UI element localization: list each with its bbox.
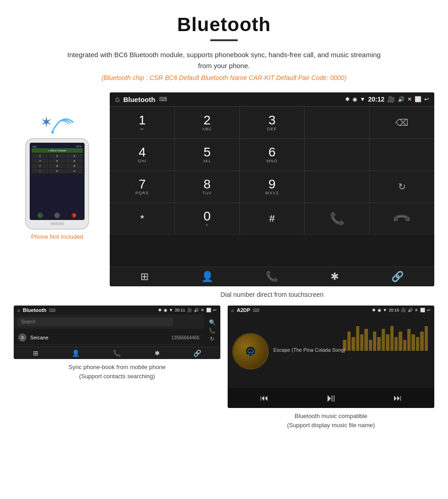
dial-key-hash[interactable]: # (240, 203, 304, 235)
dial-empty-3 (369, 139, 434, 171)
dial-backspace[interactable]: ⌫ (369, 107, 434, 139)
svg-point-0 (51, 131, 54, 134)
car-unit-display: ⌂ Bluetooth ⌨ ✱ ◉ ▼ 20:12 🎥 🔊 ✕ ⬜ ↩ (110, 92, 434, 306)
music-equalizer (341, 347, 430, 355)
pb-window-icon[interactable]: ⬜ (206, 308, 211, 312)
pb-contact-name: Seicane (30, 335, 171, 340)
pb-nav-bt[interactable]: ✱ (155, 349, 160, 357)
nav-link-icon[interactable]: 🔗 (391, 271, 404, 283)
music-playpause-btn[interactable]: ⏯ (325, 392, 336, 404)
pb-close-icon[interactable]: ✕ (201, 308, 204, 312)
car-status-bar: ⌂ Bluetooth ⌨ ✱ ◉ ▼ 20:12 🎥 🔊 ✕ ⬜ ↩ (110, 92, 434, 106)
status-time: 20:12 (368, 96, 384, 103)
pb-status-right: ✱ ◉ ▼ 20:11 🎥 🔊 ✕ ⬜ ↩ (158, 308, 217, 312)
music-controls: ⏮ ⏯ ⏭ (228, 388, 434, 408)
dialpad-grid: 1∞ 2ABC 3DEF ⌫ 4GHI 5JKL (110, 106, 434, 267)
dial-caption: Dial number direct from touchscreen (110, 291, 434, 298)
phone-bottom-buttons: 📞 📵 (32, 212, 83, 218)
signal-status-icon: ▼ (360, 96, 365, 102)
pb-vol-icon: 🔊 (194, 308, 199, 312)
pb-search-box[interactable]: Search (17, 317, 173, 326)
music-info: Escape (The Pina Colada Song) (269, 347, 430, 355)
nav-bluetooth-icon[interactable]: ✱ (331, 271, 339, 283)
music-signal-icon: ▼ (383, 308, 387, 312)
dial-empty-1 (304, 107, 369, 139)
bottom-panels: ⌂ Bluetooth ⌨ ✱ ◉ ▼ 20:11 🎥 🔊 ✕ ⬜ ↩ (0, 306, 448, 443)
phone-not-included-label: Phone Not Included (31, 233, 83, 240)
phonebook-screen: ⌂ Bluetooth ⌨ ✱ ◉ ▼ 20:11 🎥 🔊 ✕ ⬜ ↩ (14, 306, 220, 359)
music-main-area: ⍾ Escape (The Pina Colada Song) (228, 315, 434, 388)
pb-home-icon[interactable]: ⌂ (17, 308, 20, 313)
music-cam-icon: 🎥 (401, 308, 406, 312)
pb-signal-icon: ▼ (169, 308, 173, 312)
music-title: A2DP (237, 307, 250, 313)
phonebook-panel: ⌂ Bluetooth ⌨ ✱ ◉ ▼ 20:11 🎥 🔊 ✕ ⬜ ↩ (14, 306, 220, 429)
music-close-icon[interactable]: ✕ (415, 308, 418, 312)
pb-search-icon[interactable]: 🔍 (209, 319, 216, 326)
dial-key-7[interactable]: 7PQRS (110, 171, 175, 203)
pb-contact-list: S Seicane 13566664466 (14, 329, 204, 347)
pb-nav-dialpad[interactable]: ⊞ (33, 349, 38, 357)
window-status-icon[interactable]: ⬜ (415, 96, 421, 102)
phone-status-bar: ●●● MX▼ (32, 145, 83, 148)
music-screen: ⌂ A2DP ⌨ ✱ ◉ ▼ 20:15 🎥 🔊 ✕ ⬜ ↩ ⍾ (228, 306, 434, 408)
dial-refresh[interactable]: ↻ (369, 171, 434, 203)
pb-call-icon[interactable]: 📞 (209, 327, 216, 334)
volume-status-icon: 🔊 (398, 96, 405, 102)
phone-image: ●●● MX▼ + Add to Contacts 123 456 789 *0… (25, 138, 89, 230)
music-status-bar: ⌂ A2DP ⌨ ✱ ◉ ▼ 20:15 🎥 🔊 ✕ ⬜ ↩ (228, 306, 434, 315)
dial-key-3[interactable]: 3DEF (240, 107, 304, 139)
dial-key-star[interactable]: * (110, 203, 175, 235)
bluetooth-signal-illustration: ✶ (37, 106, 78, 138)
camera-status-icon: 🎥 (387, 96, 395, 103)
phone-illustration: ✶ ●●● MX▼ + Add to Contacts 123 456 789 (14, 92, 101, 240)
pb-loc-icon: ◉ (164, 308, 167, 312)
music-prev-btn[interactable]: ⏮ (260, 393, 268, 403)
phone-home-button (50, 222, 64, 225)
music-window-icon[interactable]: ⬜ (420, 308, 425, 312)
dial-key-2[interactable]: 2ABC (175, 107, 240, 139)
pb-nav-link[interactable]: 🔗 (193, 349, 201, 357)
pb-contact-item[interactable]: S Seicane 13566664466 (14, 331, 204, 345)
music-next-btn[interactable]: ⏭ (394, 393, 402, 403)
pb-panel-inner: Search S Seicane 13566664466 🔍 📞 (14, 315, 220, 347)
pb-refresh-icon[interactable]: ↻ (210, 336, 214, 342)
pb-nav-contacts[interactable]: 👤 (72, 349, 80, 357)
dial-key-0[interactable]: 0+ (175, 203, 240, 235)
page-header: Bluetooth Integrated with BC6 Bluetooth … (0, 0, 448, 92)
nav-dialpad-icon[interactable]: ⊞ (140, 271, 149, 283)
home-icon[interactable]: ⌂ (115, 95, 120, 103)
music-status-right: ✱ ◉ ▼ 20:15 🎥 🔊 ✕ ⬜ ↩ (372, 308, 431, 312)
pb-back-icon[interactable]: ↩ (213, 308, 217, 312)
pb-bt-icon: ✱ (158, 308, 162, 312)
music-back-icon[interactable]: ↩ (427, 308, 431, 312)
dial-key-8[interactable]: 8TUV (175, 171, 240, 203)
pb-nav-phone[interactable]: 📞 (113, 349, 121, 357)
pb-bottom-nav: ⊞ 👤 📞 ✱ 🔗 (14, 347, 220, 359)
phone-call-btn: 📞 (37, 213, 43, 218)
dial-empty-4 (304, 171, 369, 203)
music-home-icon[interactable]: ⌂ (231, 308, 234, 313)
back-status-icon[interactable]: ↩ (424, 96, 429, 102)
location-status-icon: ◉ (352, 96, 357, 102)
music-vol-icon: 🔊 (408, 308, 413, 312)
music-bt-symbol: ⍾ (247, 345, 254, 358)
usb-icon: ⌨ (159, 96, 167, 102)
page-specs: (Bluetooth chip : CSR BC6 Default Blueto… (9, 74, 439, 81)
music-bt-icon: ✱ (372, 308, 376, 312)
page-title: Bluetooth (9, 14, 439, 36)
pb-cam-icon: 🎥 (187, 308, 192, 312)
dial-key-4[interactable]: 4GHI (110, 139, 175, 171)
dial-key-9[interactable]: 9WXYZ (240, 171, 304, 203)
phone-end-btn: 📵 (71, 213, 77, 218)
car-bottom-nav: ⊞ 👤 📞 ✱ 🔗 (110, 267, 434, 286)
dial-key-1[interactable]: 1∞ (110, 107, 175, 139)
dial-key-5[interactable]: 5JKL (175, 139, 240, 171)
dial-call-green[interactable]: 📞 (304, 203, 369, 235)
dial-key-6[interactable]: 6MNO (240, 139, 304, 171)
nav-phone-icon[interactable]: 📞 (266, 271, 278, 283)
dial-call-red[interactable]: 📞 (369, 203, 434, 235)
close-status-icon[interactable]: ✕ (407, 96, 412, 102)
main-content: ✶ ●●● MX▼ + Add to Contacts 123 456 789 (0, 92, 448, 306)
nav-contacts-icon[interactable]: 👤 (201, 271, 213, 283)
